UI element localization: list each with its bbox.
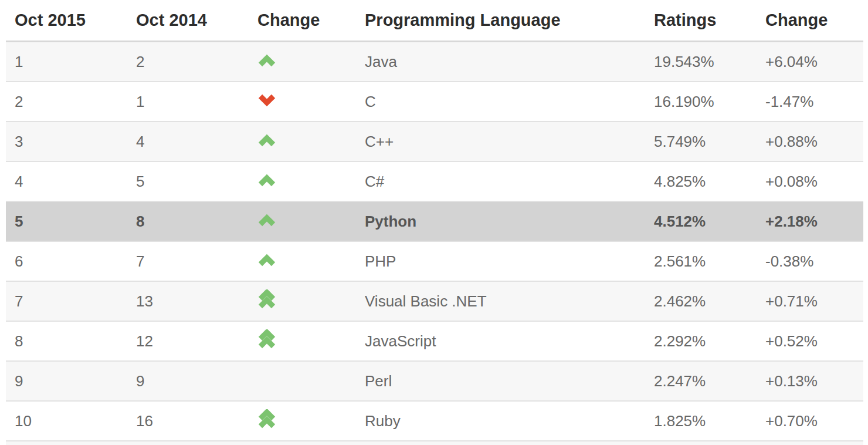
rank-2015-cell: 7 — [6, 281, 127, 321]
ratings-cell: 19.543% — [645, 42, 757, 82]
change-percent-cell: +0.70% — [757, 401, 863, 441]
change-percent-cell: +0.52% — [757, 321, 863, 361]
rank-2015-cell: 10 — [6, 401, 127, 441]
ratings-cell: 2.561% — [645, 241, 757, 281]
language-cell: C# — [356, 161, 645, 201]
rank-2014-cell: 2 — [127, 42, 249, 82]
language-cell: JavaScript — [356, 321, 645, 361]
ratings-cell: 1.825% — [645, 401, 757, 441]
table-row: 10 16 Ruby 1.825% +0.70% — [6, 401, 863, 441]
change-indicator-cell — [249, 241, 356, 281]
rank-2014-cell: 4 — [127, 122, 249, 161]
header-row: Oct 2015 Oct 2014 Change Programming Lan… — [6, 0, 863, 42]
rank-2014-cell: 5 — [127, 161, 249, 201]
rank-2014-cell: 16 — [127, 401, 249, 441]
language-cell: Ruby — [356, 401, 645, 441]
table-row: 6 7 PHP 2.561% -0.38% — [6, 241, 863, 281]
ratings-cell: 2.247% — [645, 361, 757, 401]
table-row: 2 1 C 16.190% -1.47% — [6, 82, 863, 122]
rank-up-icon — [257, 214, 276, 227]
change-percent-cell: +2.18% — [757, 201, 863, 241]
table-row: 4 5 C# 4.825% +0.08% — [6, 161, 863, 201]
change-percent-cell: +0.08% — [757, 161, 863, 201]
change-percent-cell: +0.13% — [757, 361, 863, 401]
change-percent-cell: +6.04% — [757, 42, 863, 82]
partially-visible-next-row — [6, 441, 863, 445]
column-header-rank-change: Change — [249, 0, 356, 42]
language-cell: Python — [356, 201, 645, 241]
rank-down-icon — [257, 94, 276, 107]
change-indicator-cell — [249, 361, 356, 401]
column-header-rank-2014: Oct 2014 — [127, 0, 249, 42]
rank-2014-cell: 12 — [127, 321, 249, 361]
ratings-cell: 2.292% — [645, 321, 757, 361]
change-percent-cell: +0.71% — [757, 281, 863, 321]
rank-2015-cell: 5 — [6, 201, 127, 241]
rank-up-icon — [257, 254, 276, 267]
column-header-rank-2015: Oct 2015 — [6, 0, 127, 42]
rank-up-double-icon — [257, 289, 276, 309]
rank-2015-cell: 2 — [6, 82, 127, 122]
language-cell: Java — [356, 42, 645, 82]
table-row: 7 13 Visual Basic .NET 2.462% +0.71% — [6, 281, 863, 321]
table-row: 1 2 Java 19.543% +6.04% — [6, 42, 863, 82]
rank-2015-cell: 3 — [6, 122, 127, 161]
rank-up-icon — [257, 134, 276, 147]
language-ranking-table: Oct 2015 Oct 2014 Change Programming Lan… — [6, 0, 863, 445]
rank-up-double-icon — [257, 409, 276, 429]
language-cell: Visual Basic .NET — [356, 281, 645, 321]
rank-2015-cell: 4 — [6, 161, 127, 201]
ratings-cell: 5.749% — [645, 122, 757, 161]
table-row: 9 9 Perl 2.247% +0.13% — [6, 361, 863, 401]
change-indicator-cell — [249, 161, 356, 201]
table-header: Oct 2015 Oct 2014 Change Programming Lan… — [6, 0, 863, 42]
language-cell: Perl — [356, 361, 645, 401]
rank-2015-cell: 1 — [6, 42, 127, 82]
language-cell: PHP — [356, 241, 645, 281]
change-indicator-cell — [249, 82, 356, 122]
table-row: 5 8 Python 4.512% +2.18% — [6, 201, 863, 241]
rank-2014-cell: 1 — [127, 82, 249, 122]
ratings-cell: 4.825% — [645, 161, 757, 201]
language-cell: C++ — [356, 122, 645, 161]
rank-2015-cell: 9 — [6, 361, 127, 401]
rank-up-double-icon — [257, 329, 276, 349]
column-header-language: Programming Language — [356, 0, 645, 42]
table-body: 1 2 Java 19.543% +6.04% 2 1 C 16.190% -1… — [6, 42, 863, 445]
change-indicator-cell — [249, 401, 356, 441]
rank-2014-cell: 7 — [127, 241, 249, 281]
change-percent-cell: -1.47% — [757, 82, 863, 122]
column-header-ratings-change: Change — [757, 0, 863, 42]
rank-2014-cell: 8 — [127, 201, 249, 241]
ratings-cell: 4.512% — [645, 201, 757, 241]
language-cell: C — [356, 82, 645, 122]
change-indicator-cell — [249, 201, 356, 241]
change-indicator-cell — [249, 321, 356, 361]
table-row: 3 4 C++ 5.749% +0.88% — [6, 122, 863, 161]
ratings-cell: 16.190% — [645, 82, 757, 122]
rank-2014-cell: 9 — [127, 361, 249, 401]
column-header-ratings: Ratings — [645, 0, 757, 42]
rank-up-icon — [257, 174, 276, 187]
ratings-cell: 2.462% — [645, 281, 757, 321]
rank-up-icon — [257, 54, 276, 67]
change-percent-cell: +0.88% — [757, 122, 863, 161]
rank-2015-cell: 8 — [6, 321, 127, 361]
table-row: 8 12 JavaScript 2.292% +0.52% — [6, 321, 863, 361]
change-indicator-cell — [249, 281, 356, 321]
change-indicator-cell — [249, 122, 356, 161]
partial-row-cell — [6, 441, 863, 445]
change-indicator-cell — [249, 42, 356, 82]
rank-2014-cell: 13 — [127, 281, 249, 321]
rank-2015-cell: 6 — [6, 241, 127, 281]
change-percent-cell: -0.38% — [757, 241, 863, 281]
